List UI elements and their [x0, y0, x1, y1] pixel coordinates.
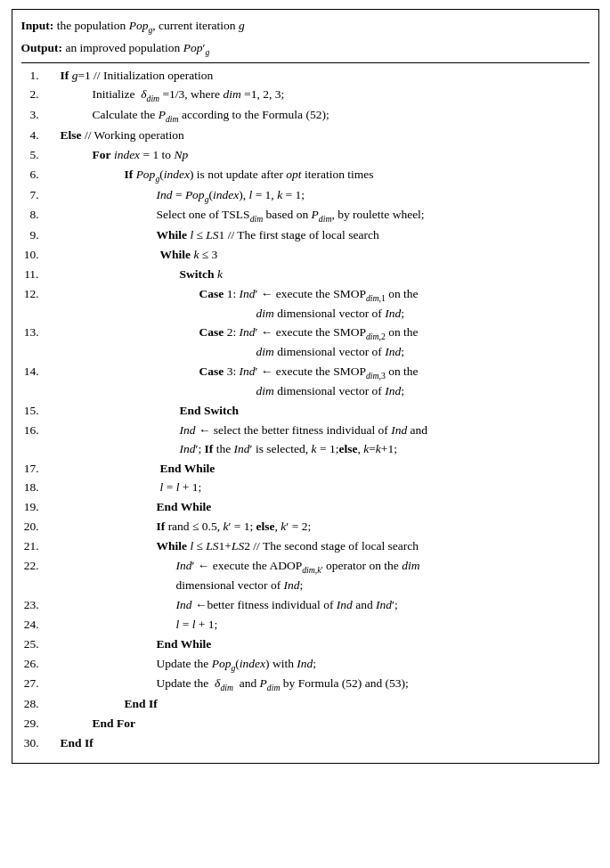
line-number: 19. [21, 498, 45, 517]
line-number: 20. [21, 518, 45, 536]
line-row: 18. l = l + 1; [21, 479, 590, 497]
line-row: 2. Initialize δdim =1/3, where dim =1, 2… [21, 86, 590, 105]
line-content: Switch k [45, 266, 590, 284]
line-content: End If [45, 734, 590, 753]
line-row: 24. l = l + 1; [21, 616, 590, 635]
line-content: Else // Working operation [45, 127, 590, 145]
line-number: 28. [21, 695, 45, 714]
line-row: 15. End Switch [21, 402, 590, 421]
line-row: 27. Update the δdim and Pdim by Formula … [21, 675, 590, 694]
line-number: 11. [21, 266, 45, 284]
line-row: 7. Ind = Popg(index), l = 1, k = 1; [21, 186, 590, 206]
line-row: 9. While l ≤ LS1 // The first stage of l… [21, 226, 590, 245]
line-content: Ind′ ← execute the ADOPdim,k′ operator o… [45, 557, 590, 595]
line-row: 12. Case 1: Ind′ ← execute the SMOPdim,1… [21, 285, 590, 323]
line-number: 15. [21, 402, 45, 421]
algorithm-box: Input: the population Popg, current iter… [12, 9, 599, 764]
line-row: 30. End If [21, 734, 590, 753]
line-number: 10. [21, 246, 45, 265]
line-content: While l ≤ LS1 // The first stage of loca… [45, 226, 590, 245]
line-number: 23. [21, 596, 45, 615]
line-content: End While [45, 460, 590, 479]
line-number: 6. [21, 166, 45, 184]
line-number: 18. [21, 479, 45, 497]
line-number: 22. [21, 557, 45, 576]
line-row: 8. Select one of TSLSdim based on Pdim, … [21, 206, 590, 225]
line-number: 13. [21, 323, 45, 342]
line-content: While k ≤ 3 [45, 246, 590, 265]
line-content: Case 3: Ind′ ← execute the SMOPdim,3 on … [45, 363, 590, 401]
line-content: End Switch [45, 402, 590, 421]
line-row: 4. Else // Working operation [21, 127, 590, 145]
line-number: 4. [21, 127, 45, 145]
line-row: 10. While k ≤ 3 [21, 246, 590, 265]
line-content: Calculate the Pdim according to the Form… [45, 106, 590, 126]
line-number: 26. [21, 655, 45, 674]
line-row: 13. Case 2: Ind′ ← execute the SMOPdim,2… [21, 323, 590, 362]
line-row: 29. End For [21, 715, 590, 733]
line-content: Case 2: Ind′ ← execute the SMOPdim,2 on … [45, 323, 590, 362]
line-row: 21. While l ≤ LS1+LS2 // The second stag… [21, 537, 590, 556]
line-number: 30. [21, 734, 45, 753]
line-content: If g=1 // Initialization operation [45, 67, 590, 86]
line-number: 5. [21, 146, 45, 165]
line-row: 23. Ind ←better fitness individual of In… [21, 596, 590, 615]
line-content: Case 1: Ind′ ← execute the SMOPdim,1 on … [45, 285, 590, 323]
line-row: 17. End While [21, 460, 590, 479]
line-content: Select one of TSLSdim based on Pdim, by … [45, 206, 590, 225]
line-number: 16. [21, 422, 45, 440]
line-number: 1. [21, 67, 45, 86]
line-number: 27. [21, 675, 45, 693]
line-content: Ind ←better fitness individual of Ind an… [45, 596, 590, 615]
line-number: 24. [21, 616, 45, 635]
line-content: If rand ≤ 0.5, k′ = 1; else, k′ = 2; [45, 518, 590, 536]
line-content: End While [45, 498, 590, 517]
line-content: If Popg(index) is not update after opt i… [45, 166, 590, 185]
line-row: 26. Update the Popg(index) with Ind; [21, 655, 590, 675]
line-row: 11. Switch k [21, 266, 590, 284]
line-row: 28. End If [21, 695, 590, 714]
line-content: End For [45, 715, 590, 733]
line-row: 6. If Popg(index) is not update after op… [21, 166, 590, 185]
line-content: Ind = Popg(index), l = 1, k = 1; [45, 186, 590, 206]
line-number: 14. [21, 363, 45, 381]
line-content: Update the δdim and Pdim by Formula (52)… [45, 675, 590, 694]
line-row: 14. Case 3: Ind′ ← execute the SMOPdim,3… [21, 363, 590, 401]
line-row: 25. End While [21, 635, 590, 654]
output-line: Output: an improved population Pop′g [21, 39, 590, 59]
line-number: 25. [21, 635, 45, 654]
line-row: 5. For index = 1 to Np [21, 146, 590, 165]
divider [21, 62, 590, 63]
line-content: l = l + 1; [45, 479, 590, 497]
line-row: 3. Calculate the Pdim according to the F… [21, 106, 590, 126]
line-content: While l ≤ LS1+LS2 // The second stage of… [45, 537, 590, 556]
line-content: End If [45, 695, 590, 714]
line-content: Initialize δdim =1/3, where dim =1, 2, 3… [45, 86, 590, 105]
line-number: 17. [21, 460, 45, 479]
line-row: 19. End While [21, 498, 590, 517]
line-number: 9. [21, 226, 45, 245]
line-content: Ind ← select the better fitness individu… [45, 422, 590, 459]
line-row: 22. Ind′ ← execute the ADOPdim,k′ operat… [21, 557, 590, 595]
line-number: 3. [21, 106, 45, 125]
line-content: Update the Popg(index) with Ind; [45, 655, 590, 675]
line-number: 29. [21, 715, 45, 733]
line-number: 8. [21, 206, 45, 225]
input-line: Input: the population Popg, current iter… [21, 17, 590, 37]
line-content: End While [45, 635, 590, 654]
line-row: 16. Ind ← select the better fitness indi… [21, 422, 590, 459]
line-number: 7. [21, 186, 45, 205]
line-number: 21. [21, 537, 45, 556]
line-content: For index = 1 to Np [45, 146, 590, 165]
line-row: 1. If g=1 // Initialization operation [21, 67, 590, 86]
line-number: 2. [21, 86, 45, 104]
line-content: l = l + 1; [45, 616, 590, 635]
line-row: 20. If rand ≤ 0.5, k′ = 1; else, k′ = 2; [21, 518, 590, 536]
line-number: 12. [21, 285, 45, 304]
